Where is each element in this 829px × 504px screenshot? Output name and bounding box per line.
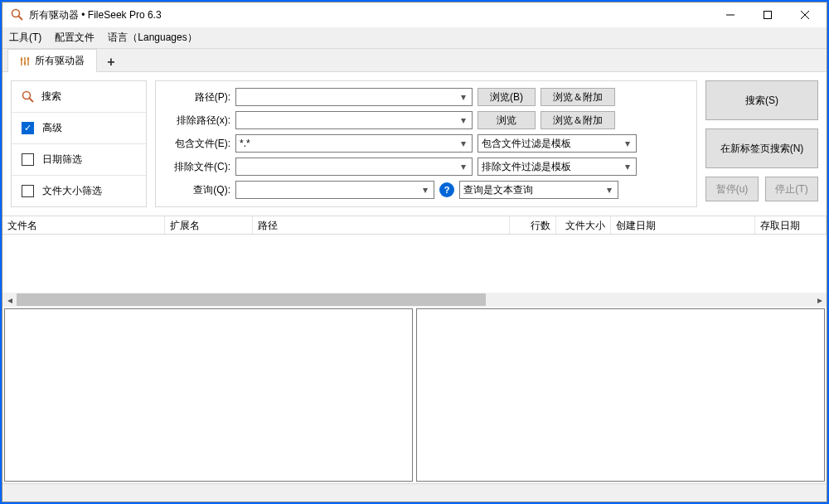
query-help-icon[interactable]: ? (439, 182, 454, 197)
svg-rect-3 (764, 12, 771, 19)
checkbox-advanced[interactable] (22, 122, 34, 134)
col-lines[interactable]: 行数 (510, 216, 556, 234)
scroll-left-icon[interactable]: ◂ (2, 293, 17, 307)
chevron-down-icon: ▾ (457, 89, 470, 105)
svg-point-10 (24, 61, 27, 64)
exclude-path-combo[interactable]: ▾ (235, 111, 473, 129)
chevron-down-icon: ▾ (419, 182, 432, 198)
include-files-label: 包含文件(E): (164, 137, 230, 151)
query-type-value: 查询是文本查询 (463, 183, 533, 197)
category-advanced-label: 高级 (42, 121, 62, 135)
tab-all-drives[interactable]: 所有驱动器 (7, 49, 97, 72)
col-size[interactable]: 文件大小 (556, 216, 611, 234)
close-button[interactable] (786, 3, 823, 27)
preview-panes (2, 307, 827, 483)
stop-button[interactable]: 停止(T) (765, 177, 818, 201)
path-combo[interactable]: ▾ (235, 88, 473, 106)
menu-tools[interactable]: 工具(T) (9, 31, 41, 45)
search-icon (22, 90, 35, 104)
query-combo[interactable]: ▾ (235, 181, 434, 199)
svg-point-11 (27, 57, 30, 60)
checkbox-date-filter[interactable] (22, 153, 34, 166)
chevron-down-icon: ▾ (457, 135, 470, 152)
preview-right[interactable] (416, 308, 825, 482)
sliders-icon (20, 56, 30, 66)
category-advanced[interactable]: 高级 (12, 113, 146, 144)
scroll-thumb[interactable] (17, 293, 486, 306)
col-ext[interactable]: 扩展名 (165, 216, 253, 234)
app-window: 所有驱动器 • FileSeek Pro 6.3 工具(T) 配置文件 语言（L… (2, 2, 827, 502)
tabstrip: 所有驱动器 + (2, 49, 827, 72)
tab-label: 所有驱动器 (35, 54, 85, 68)
menubar: 工具(T) 配置文件 语言（Languages） (2, 27, 827, 49)
exclude-files-label: 排除文件(C): (164, 160, 230, 174)
scroll-track[interactable] (17, 293, 812, 307)
app-icon (11, 8, 24, 22)
path-label: 路径(P): (164, 90, 230, 104)
chevron-down-icon: ▾ (603, 182, 616, 198)
chevron-down-icon: ▾ (621, 158, 634, 175)
chevron-down-icon: ▾ (457, 112, 470, 128)
svg-point-12 (23, 91, 31, 99)
include-filter-combo[interactable]: 包含文件过滤是模板 ▾ (478, 134, 637, 153)
search-config-area: 搜索 高级 日期筛选 文件大小筛选 路径(P): ▾ 浏览(B) 浏览＆附加 (2, 72, 827, 216)
action-buttons: 搜索(S) 在新标签页搜索(N) 暂停(u) 停止(T) (705, 80, 818, 207)
query-type-combo[interactable]: 查询是文本查询 ▾ (459, 181, 618, 199)
exclude-path-label: 排除路径(x): (164, 114, 230, 128)
category-panel: 搜索 高级 日期筛选 文件大小筛选 (11, 80, 147, 207)
preview-left[interactable] (4, 308, 413, 482)
svg-line-13 (30, 98, 34, 102)
col-filename[interactable]: 文件名 (2, 216, 165, 234)
svg-point-9 (21, 58, 23, 61)
browse-append-path-button[interactable]: 浏览＆附加 (541, 88, 615, 106)
horizontal-scrollbar[interactable]: ◂ ▸ (2, 293, 827, 307)
category-search[interactable]: 搜索 (12, 81, 146, 113)
statusbar (2, 483, 827, 502)
chevron-down-icon: ▾ (621, 135, 634, 152)
category-date-filter[interactable]: 日期筛选 (12, 144, 146, 176)
tab-add-button[interactable]: + (97, 53, 125, 71)
include-files-combo[interactable]: *.* ▾ (235, 134, 473, 153)
window-title: 所有驱动器 • FileSeek Pro 6.3 (29, 8, 711, 22)
menu-profiles[interactable]: 配置文件 (55, 31, 95, 45)
row-query: 查询(Q): ▾ ? 查询是文本查询 ▾ (164, 181, 688, 199)
browse-exclude-button[interactable]: 浏览 (478, 111, 536, 129)
category-date-filter-label: 日期筛选 (42, 153, 82, 167)
row-include-files: 包含文件(E): *.* ▾ 包含文件过滤是模板 ▾ (164, 134, 688, 153)
row-exclude-files: 排除文件(C): ▾ 排除文件过滤是模板 ▾ (164, 158, 688, 176)
scroll-right-icon[interactable]: ▸ (812, 293, 827, 307)
row-path: 路径(P): ▾ 浏览(B) 浏览＆附加 (164, 88, 688, 106)
category-search-label: 搜索 (41, 90, 61, 104)
exclude-files-combo[interactable]: ▾ (235, 158, 473, 176)
col-path[interactable]: 路径 (253, 216, 510, 234)
menu-languages[interactable]: 语言（Languages） (108, 31, 196, 45)
exclude-filter-combo[interactable]: 排除文件过滤是模板 ▾ (478, 158, 637, 176)
results-header: 文件名 扩展名 路径 行数 文件大小 创建日期 存取日期 (2, 216, 827, 235)
maximize-button[interactable] (749, 3, 786, 27)
search-form: 路径(P): ▾ 浏览(B) 浏览＆附加 排除路径(x): ▾ 浏览 浏览＆附加… (155, 80, 697, 207)
browse-path-button[interactable]: 浏览(B) (478, 88, 536, 106)
svg-line-1 (19, 17, 23, 21)
include-filter-value: 包含文件过滤是模板 (482, 137, 571, 151)
pause-button[interactable]: 暂停(u) (705, 177, 759, 201)
browse-append-exclude-button[interactable]: 浏览＆附加 (541, 111, 615, 129)
svg-point-0 (12, 10, 20, 17)
minimize-button[interactable] (711, 3, 749, 27)
query-label: 查询(Q): (164, 183, 230, 197)
search-button[interactable]: 搜索(S) (705, 80, 818, 120)
results-list[interactable] (2, 235, 827, 293)
include-files-value: *.* (240, 138, 250, 149)
exclude-filter-value: 排除文件过滤是模板 (482, 160, 571, 174)
col-accessed[interactable]: 存取日期 (755, 216, 827, 234)
category-size-filter-label: 文件大小筛选 (42, 184, 102, 198)
row-exclude-path: 排除路径(x): ▾ 浏览 浏览＆附加 (164, 111, 688, 129)
col-created[interactable]: 创建日期 (611, 216, 755, 234)
category-size-filter[interactable]: 文件大小筛选 (12, 176, 146, 206)
chevron-down-icon: ▾ (457, 158, 470, 175)
window-controls (711, 3, 823, 27)
titlebar: 所有驱动器 • FileSeek Pro 6.3 (2, 2, 827, 27)
checkbox-size-filter[interactable] (22, 185, 34, 197)
search-new-tab-button[interactable]: 在新标签页搜索(N) (705, 128, 818, 168)
